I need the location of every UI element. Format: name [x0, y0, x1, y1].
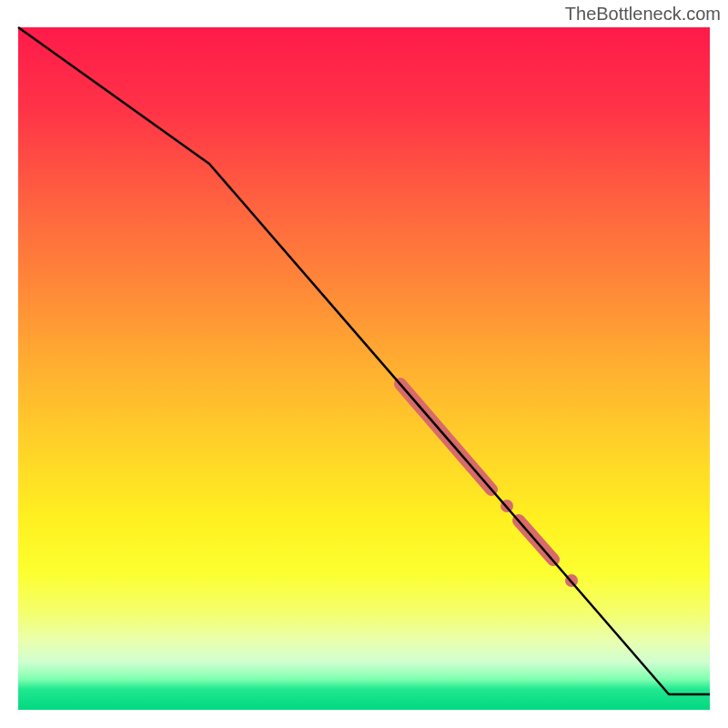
- watermark: TheBottleneck.com: [565, 4, 721, 25]
- chart-svg: [0, 0, 728, 728]
- chart-container: TheBottleneck.com: [0, 0, 728, 728]
- plot-background: [18, 27, 710, 710]
